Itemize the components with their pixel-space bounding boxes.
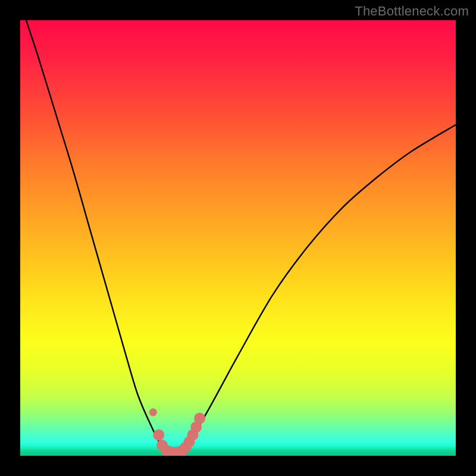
highlight-dot bbox=[194, 413, 205, 424]
chart-area bbox=[20, 20, 456, 456]
bottleneck-chart bbox=[20, 20, 456, 456]
watermark-text: TheBottleneck.com bbox=[355, 4, 469, 19]
highlight-dot bbox=[149, 408, 157, 416]
highlight-dot bbox=[153, 429, 164, 440]
min-highlight-dots bbox=[149, 408, 205, 456]
bottleneck-curve bbox=[20, 20, 456, 452]
